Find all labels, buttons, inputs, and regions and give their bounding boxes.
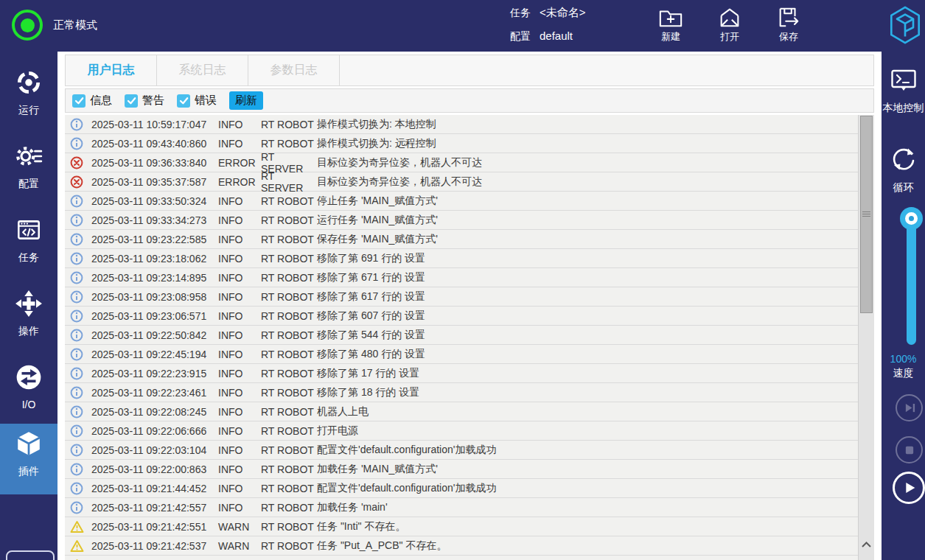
- log-timestamp: 2025-03-11 09:33:34:273: [91, 214, 218, 226]
- log-row[interactable]: 2025-03-11 09:43:40:860 INFO RT ROBOT 操作…: [65, 134, 858, 153]
- filter-warn-label: 警告: [142, 94, 164, 108]
- speed-label: 速度: [882, 367, 925, 380]
- log-message: 移除了第 544 行的 设置: [317, 329, 858, 342]
- open-button[interactable]: 打开: [708, 4, 752, 48]
- log-level-text: INFO: [218, 291, 261, 303]
- topbar: 正常模式 任务<未命名> 配置default 新建 打开: [0, 0, 925, 52]
- log-row[interactable]: 2025-03-11 09:22:45:194 INFO RT ROBOT 移除…: [65, 345, 858, 364]
- log-timestamp: 2025-03-11 09:23:06:571: [91, 310, 218, 322]
- log-row[interactable]: 2025-03-11 09:22:08:245 INFO RT ROBOT 机器…: [65, 402, 858, 421]
- tab-system-log[interactable]: 系统日志: [156, 55, 248, 86]
- log-row[interactable]: 2025-03-11 09:22:23:915 INFO RT ROBOT 移除…: [65, 364, 858, 383]
- log-message: 目标位姿为奇异位姿，机器人不可达: [317, 156, 858, 169]
- info-icon: [70, 501, 83, 514]
- bottom-corner-button[interactable]: [6, 550, 55, 560]
- checkbox-checked-icon: [125, 94, 138, 108]
- sidebar-item-task[interactable]: 任务: [0, 210, 57, 281]
- info-icon: [70, 137, 83, 150]
- play-button[interactable]: [893, 472, 925, 504]
- task-config-info: 任务<未命名> 配置default: [510, 4, 586, 52]
- filter-error-label: 错误: [195, 94, 217, 108]
- log-row[interactable]: 2025-03-11 09:21:42:537 WARN RT ROBOT 任务…: [65, 536, 858, 556]
- log-row[interactable]: 2025-03-11 09:23:06:571 INFO RT ROBOT 移除…: [65, 307, 858, 326]
- log-row[interactable]: 2025-03-11 09:22:03:104 INFO RT ROBOT 配置…: [65, 441, 858, 460]
- log-level-icon: [70, 252, 85, 265]
- log-row[interactable]: [65, 556, 858, 560]
- stop-button[interactable]: [896, 436, 923, 463]
- sidebar-item-plugin[interactable]: 插件: [0, 424, 57, 494]
- refresh-button[interactable]: 刷新: [229, 91, 263, 110]
- log-level-icon: [70, 405, 85, 419]
- filter-error-checkbox[interactable]: 错误: [177, 94, 217, 108]
- info-icon: [70, 444, 83, 457]
- log-level-icon: [70, 482, 85, 495]
- log-level-icon: [70, 271, 85, 284]
- sidebar-item-operate[interactable]: 操作: [0, 284, 57, 354]
- new-button[interactable]: 新建: [649, 4, 693, 48]
- log-row[interactable]: 2025-03-11 09:22:23:461 INFO RT ROBOT 移除…: [65, 383, 858, 402]
- local-control-button[interactable]: 本地控制: [882, 68, 925, 115]
- log-row[interactable]: 2025-03-11 09:35:37:587 ERROR RT SERVER …: [65, 172, 858, 192]
- scrollbar-grip-icon: [862, 211, 870, 218]
- save-button[interactable]: 保存: [767, 4, 811, 48]
- log-source: RT ROBOT: [261, 425, 317, 437]
- scroll-up-icon[interactable]: [861, 538, 872, 551]
- log-message: 操作模式切换为: 远程控制: [317, 137, 858, 150]
- info-icon: [70, 271, 83, 284]
- log-row[interactable]: 2025-03-11 09:33:34:273 INFO RT ROBOT 运行…: [65, 211, 858, 230]
- log-message: 加载任务 'MAIN_赋值方式': [317, 463, 858, 476]
- sidebar-item-config[interactable]: 配置: [0, 136, 57, 207]
- log-source: RT ROBOT: [261, 368, 317, 379]
- loop-button[interactable]: 循环: [882, 144, 925, 195]
- tab-param-log[interactable]: 参数日志: [248, 55, 340, 86]
- sidebar-item-label: 任务: [18, 251, 39, 265]
- log-row[interactable]: 2025-03-11 10:59:17:047 INFO RT ROBOT 操作…: [65, 115, 858, 134]
- log-message: 加载任务 'main': [317, 501, 858, 514]
- loop-icon: [889, 144, 918, 177]
- scrollbar-track[interactable]: [858, 115, 874, 560]
- log-level-icon: [70, 444, 85, 457]
- log-row[interactable]: 2025-03-11 09:22:00:863 INFO RT ROBOT 加载…: [65, 460, 858, 479]
- brand-logo-icon: [889, 5, 921, 48]
- log-row[interactable]: 2025-03-11 09:22:50:842 INFO RT ROBOT 移除…: [65, 326, 858, 345]
- info-icon: [70, 252, 83, 265]
- filter-warn-checkbox[interactable]: 警告: [125, 94, 164, 108]
- scrollbar-thumb[interactable]: [860, 116, 873, 313]
- log-level-icon: [70, 386, 85, 399]
- sidebar-item-run[interactable]: 运行: [0, 63, 57, 133]
- log-row[interactable]: 2025-03-11 09:23:18:062 INFO RT ROBOT 移除…: [65, 249, 858, 268]
- log-level-text: INFO: [218, 368, 261, 379]
- log-level-icon: [70, 329, 85, 342]
- open-button-label: 打开: [720, 30, 739, 43]
- log-row[interactable]: 2025-03-11 09:21:42:551 WARN RT ROBOT 任务…: [65, 517, 858, 536]
- sidebar-item-label: I/O: [22, 399, 36, 410]
- save-icon: [776, 4, 801, 29]
- sidebar-item-io[interactable]: I/O: [0, 357, 57, 428]
- log-row[interactable]: 2025-03-11 09:21:44:452 INFO RT ROBOT 配置…: [65, 479, 858, 498]
- log-level-text: INFO: [218, 463, 261, 475]
- log-row[interactable]: 2025-03-11 09:21:42:557 INFO RT ROBOT 加载…: [65, 498, 858, 517]
- step-button[interactable]: [896, 394, 923, 421]
- log-timestamp: 2025-03-11 09:22:08:245: [91, 406, 218, 418]
- log-message: 移除了第 480 行的 设置: [317, 348, 858, 361]
- log-row[interactable]: 2025-03-11 09:22:06:666 INFO RT ROBOT 打开…: [65, 421, 858, 441]
- log-row[interactable]: 2025-03-11 09:33:50:324 INFO RT ROBOT 停止…: [65, 192, 858, 211]
- speed-slider-handle-inner: [905, 212, 918, 225]
- log-row[interactable]: 2025-03-11 09:23:22:585 INFO RT ROBOT 保存…: [65, 230, 858, 249]
- log-row[interactable]: 2025-03-11 09:36:33:840 ERROR RT SERVER …: [65, 153, 858, 172]
- tab-user-log[interactable]: 用户日志: [65, 55, 157, 86]
- new-button-label: 新建: [661, 30, 680, 43]
- checkbox-checked-icon: [177, 94, 190, 108]
- speed-slider-track[interactable]: [907, 220, 916, 345]
- log-level-text: INFO: [218, 214, 261, 226]
- log-message: 移除了第 691 行的 设置: [317, 252, 858, 265]
- log-source: RT ROBOT: [261, 521, 317, 533]
- log-row[interactable]: 2025-03-11 09:23:08:958 INFO RT ROBOT 移除…: [65, 287, 858, 307]
- io-icon: [15, 357, 43, 394]
- filter-info-checkbox[interactable]: 信息: [72, 94, 112, 108]
- log-level-icon: [70, 214, 85, 227]
- log-row[interactable]: 2025-03-11 09:23:14:895 INFO RT ROBOT 移除…: [65, 268, 858, 287]
- speed-slider-handle[interactable]: [900, 207, 923, 230]
- log-level-text: WARN: [218, 521, 261, 533]
- open-file-icon: [717, 4, 742, 29]
